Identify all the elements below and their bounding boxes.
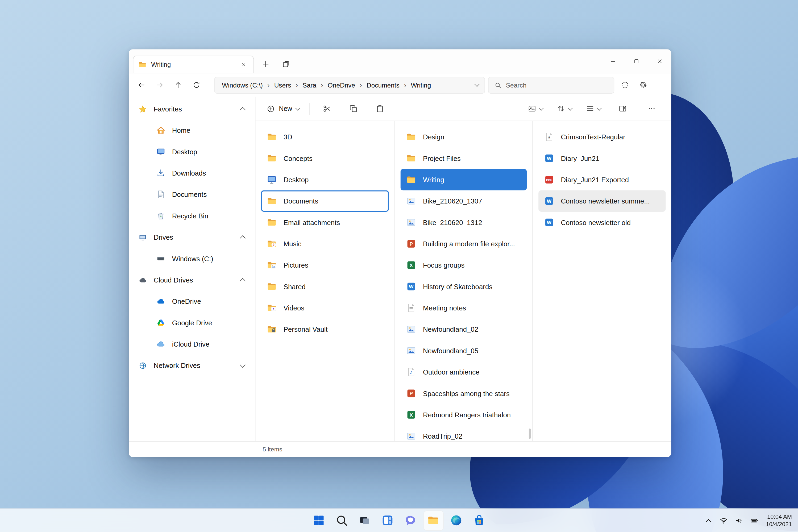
search-box[interactable]: Search: [488, 77, 614, 93]
sidebar-item-recycle-bin[interactable]: Recycle Bin: [129, 205, 255, 226]
maximize-button[interactable]: [625, 50, 648, 73]
sidebar-item-google-drive[interactable]: Google Drive: [129, 312, 255, 333]
sidebar-item-icloud-drive[interactable]: iCloud Drive: [129, 333, 255, 355]
chevron-up-icon[interactable]: [240, 235, 246, 241]
sidebar-item-downloads[interactable]: Downloads: [129, 162, 255, 184]
back-button[interactable]: [133, 76, 150, 94]
sidebar-section-drives[interactable]: Drives: [129, 226, 255, 248]
file-item-3d[interactable]: 3D: [261, 126, 389, 147]
file-item-pictures[interactable]: Pictures: [261, 254, 389, 276]
tab-overview-button[interactable]: [282, 60, 290, 68]
file-item-design[interactable]: Design: [401, 126, 527, 147]
file-item-building-a-modern-file-explor[interactable]: PBuilding a modern file explor...: [401, 233, 527, 254]
file-item-outdoor-ambience[interactable]: ♪Outdoor ambience: [401, 361, 527, 382]
clock[interactable]: 10:04 AM 10/4/2021: [766, 513, 792, 528]
new-tab-button[interactable]: [262, 60, 270, 68]
taskbar-edge-button[interactable]: [446, 510, 467, 531]
cut-button[interactable]: [314, 100, 340, 117]
tray-wifi-button[interactable]: [716, 510, 731, 531]
file-item-focus-groups[interactable]: XFocus groups: [401, 254, 527, 276]
sidebar-section-cloud-drives[interactable]: Cloud Drives: [129, 269, 255, 290]
file-item-email-attachments[interactable]: Email attachments: [261, 212, 389, 233]
breadcrumb-segment-writing[interactable]: Writing: [411, 81, 431, 89]
file-item-contoso-newsletter-summe[interactable]: WContoso newsletter summe...: [538, 190, 666, 212]
file-item-label: 3D: [284, 133, 292, 141]
file-item-meeting-notes[interactable]: Meeting notes: [401, 297, 527, 318]
file-item-label: Newfoundland_02: [423, 326, 478, 333]
tab-writing[interactable]: Writing: [133, 56, 254, 73]
maximize-icon: [633, 58, 639, 64]
file-item-bike-210620-1312[interactable]: Bike_210620_1312: [401, 212, 527, 233]
breadcrumb-segment-users[interactable]: Users: [274, 81, 291, 89]
sidebar-item-onedrive[interactable]: OneDrive: [129, 290, 255, 312]
refresh-button[interactable]: [188, 76, 205, 94]
sidebar-item-documents[interactable]: Documents: [129, 184, 255, 205]
file-item-redmond-rangers-triathalon[interactable]: XRedmond Rangers triathalon: [401, 404, 527, 425]
sidebar-item-desktop[interactable]: Desktop: [129, 141, 255, 162]
file-item-diary-jun21[interactable]: WDiary_Jun21: [538, 148, 666, 169]
sidebar-section-network-drives[interactable]: Network Drives: [129, 355, 255, 376]
forward-button[interactable]: [151, 76, 168, 94]
chevron-up-icon[interactable]: [240, 278, 246, 284]
file-item-bike-210620-1307[interactable]: Bike_210620_1307: [401, 190, 527, 212]
paste-button[interactable]: [367, 100, 393, 117]
taskbar-store-button[interactable]: [469, 510, 490, 531]
sync-button[interactable]: [616, 76, 633, 94]
more-button[interactable]: [639, 100, 664, 117]
chevron-up-icon[interactable]: [240, 107, 246, 113]
file-item-diary-jun21-exported[interactable]: PDFDiary_Jun21 Exported: [538, 169, 666, 190]
address-dropdown-icon[interactable]: [474, 82, 479, 87]
file-item-newfoundland-05[interactable]: Newfoundland_05: [401, 340, 527, 361]
address-bar[interactable]: Windows (C:\)›Users›Sara›OneDrive›Docume…: [214, 77, 485, 93]
sidebar-item-windows-c[interactable]: Windows (C:): [129, 248, 255, 269]
new-button[interactable]: New: [262, 101, 305, 116]
tray-volume-button[interactable]: [731, 510, 746, 531]
file-item-roadtrip-02[interactable]: RoadTrip_02: [401, 425, 527, 441]
file-item-music[interactable]: ♪Music: [261, 233, 389, 254]
taskbar-chat-button[interactable]: [400, 510, 421, 531]
taskbar-task-view-button[interactable]: [355, 510, 375, 531]
tray-battery-button[interactable]: [746, 510, 762, 531]
chat-icon: [404, 514, 417, 527]
file-item-desktop[interactable]: Desktop: [261, 169, 389, 190]
file-item-project-files[interactable]: Project Files: [401, 148, 527, 169]
file-item-spaceships-among-the-stars[interactable]: PSpaceships among the stars: [401, 383, 527, 404]
close-button[interactable]: [648, 50, 671, 73]
font-icon: A: [544, 132, 554, 142]
up-button[interactable]: [169, 76, 187, 94]
taskbar-widgets-button[interactable]: [377, 510, 398, 531]
view-list-button[interactable]: [581, 100, 606, 117]
chevron-down-icon[interactable]: [240, 362, 246, 367]
file-item-personal-vault[interactable]: Personal Vault: [261, 319, 389, 340]
settings-button[interactable]: [635, 76, 652, 94]
refresh-icon: [192, 81, 201, 89]
scrollbar[interactable]: [529, 429, 531, 439]
breadcrumb-segment-sara[interactable]: Sara: [302, 81, 316, 89]
preview-toggle-button[interactable]: [523, 100, 548, 117]
file-item-writing[interactable]: Writing: [401, 169, 527, 190]
file-item-videos[interactable]: Videos: [261, 297, 389, 318]
file-item-history-of-skateboards[interactable]: WHistory of Skateboards: [401, 276, 527, 297]
tray-chevron-up-button[interactable]: [701, 510, 716, 531]
tab-close-button[interactable]: [239, 60, 248, 69]
sidebar-item-home[interactable]: Home: [129, 120, 255, 141]
details-pane-button[interactable]: [610, 100, 635, 117]
file-item-concepts[interactable]: Concepts: [261, 148, 389, 169]
file-item-shared[interactable]: Shared: [261, 276, 389, 297]
sort-button[interactable]: [552, 100, 577, 117]
file-item-contoso-newsletter-old[interactable]: WContoso newsletter old: [538, 212, 666, 233]
file-item-documents[interactable]: Documents: [261, 190, 389, 212]
file-item-newfoundland-02[interactable]: Newfoundland_02: [401, 319, 527, 340]
taskbar-file-explorer-button[interactable]: [423, 510, 444, 531]
file-item-crimsontext-regular[interactable]: ACrimsonText-Regular: [538, 126, 666, 147]
minimize-button[interactable]: [601, 50, 625, 73]
breadcrumb-segment-onedrive[interactable]: OneDrive: [328, 81, 355, 89]
breadcrumb-segment-windows-c[interactable]: Windows (C:\): [222, 81, 263, 89]
copy-button[interactable]: [341, 100, 366, 117]
titlebar[interactable]: Writing: [129, 50, 671, 73]
breadcrumb-segment-documents[interactable]: Documents: [366, 81, 400, 89]
sidebar-item-label: Downloads: [172, 169, 206, 177]
taskbar-start-button[interactable]: [308, 510, 329, 531]
taskbar-search-button[interactable]: [331, 510, 352, 531]
sidebar-section-favorites[interactable]: Favorites: [129, 98, 255, 119]
